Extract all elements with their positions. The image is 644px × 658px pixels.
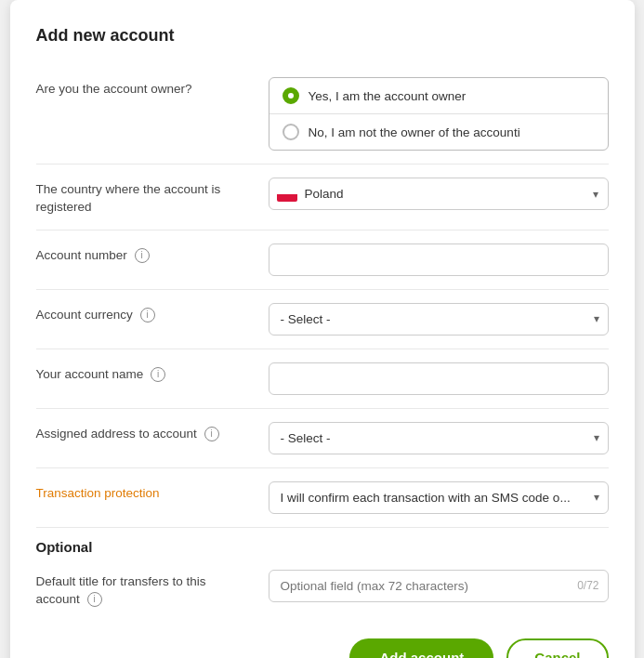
transaction-protection-row: Transaction protection I will confirm ea… [36, 468, 609, 528]
account-currency-select[interactable]: - Select - [269, 303, 609, 336]
country-row: The country where the account is registe… [36, 164, 609, 230]
assigned-address-row: Assigned address to account i - Select -… [36, 409, 609, 468]
owner-label: Are you the account owner? [36, 77, 269, 99]
button-row: Add account Cancel [36, 622, 609, 658]
account-name-info-icon: i [151, 367, 165, 382]
default-title-info-icon: i [87, 592, 102, 607]
account-name-input[interactable] [269, 362, 609, 395]
transaction-protection-select-wrapper: I will confirm each transaction with an … [269, 481, 609, 514]
account-currency-info-icon: i [140, 308, 155, 322]
account-currency-row: Account currency i - Select - ▾ [36, 290, 609, 349]
account-number-info-icon: i [135, 248, 150, 263]
account-currency-label: Account currency i [36, 303, 269, 324]
add-account-button[interactable]: Add account [349, 638, 493, 658]
country-value: Poland [305, 178, 578, 209]
account-name-control [269, 362, 609, 395]
account-currency-control: - Select - ▾ [269, 303, 609, 336]
owner-no-info-icon: i [518, 125, 520, 139]
default-title-row: Default title for transfers to this acco… [36, 557, 609, 622]
country-control: Poland ▾ [269, 178, 609, 210]
optional-section: Optional Default title for transfers to … [36, 528, 609, 622]
owner-yes-option[interactable]: Yes, I am the account owner [269, 78, 608, 113]
account-name-label: Your account name i [36, 362, 269, 384]
cancel-button[interactable]: Cancel [506, 638, 608, 658]
account-number-control [269, 243, 609, 276]
account-number-row: Account number i [36, 230, 609, 290]
owner-no-option[interactable]: No, I am not the owner of the account i [269, 113, 608, 150]
account-name-row: Your account name i [36, 349, 609, 409]
poland-flag-icon [277, 187, 297, 202]
default-title-input-wrapper: 0/72 [269, 570, 609, 602]
country-label: The country where the account is registe… [36, 178, 269, 217]
assigned-address-select[interactable]: - Select - [269, 422, 609, 454]
owner-yes-radio[interactable] [283, 87, 299, 104]
account-number-label: Account number i [36, 243, 269, 265]
owner-no-label: No, I am not the owner of the account [309, 125, 518, 139]
transaction-protection-control: I will confirm each transaction with an … [269, 481, 609, 514]
default-title-label: Default title for transfers to this acco… [36, 570, 269, 609]
account-currency-select-wrapper: - Select - ▾ [269, 303, 609, 336]
transaction-protection-select[interactable]: I will confirm each transaction with an … [269, 481, 609, 514]
char-counter: 0/72 [577, 579, 598, 592]
transaction-protection-label: Transaction protection [36, 481, 269, 503]
assigned-address-info-icon: i [204, 427, 219, 441]
assigned-address-control: - Select - ▾ [269, 422, 609, 454]
country-select[interactable]: Poland ▾ [269, 178, 609, 210]
owner-radio-group: Yes, I am the account owner No, I am not… [269, 77, 609, 151]
default-title-input[interactable] [269, 570, 609, 602]
country-dropdown-arrow-icon: ▾ [593, 188, 598, 201]
owner-no-radio[interactable] [283, 124, 299, 140]
page-title: Add new account [36, 26, 609, 46]
default-title-control: 0/72 [269, 570, 609, 602]
owner-row: Are you the account owner? Yes, I am the… [36, 64, 609, 164]
assigned-address-label: Assigned address to account i [36, 422, 269, 443]
assigned-address-select-wrapper: - Select - ▾ [269, 422, 609, 454]
owner-control: Yes, I am the account owner No, I am not… [269, 77, 609, 151]
optional-title: Optional [36, 539, 609, 555]
add-account-card: Add new account Are you the account owne… [10, 0, 635, 658]
account-number-input[interactable] [269, 243, 609, 276]
owner-yes-label: Yes, I am the account owner [309, 89, 467, 103]
